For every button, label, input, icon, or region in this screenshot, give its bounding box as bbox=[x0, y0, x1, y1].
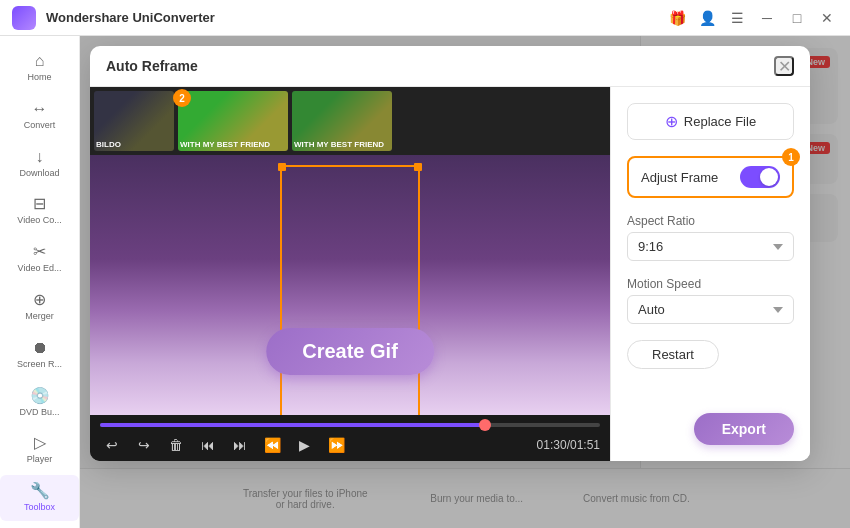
sidebar-item-label: Video Co... bbox=[17, 215, 61, 226]
sidebar-item-home[interactable]: ⌂ Home bbox=[0, 45, 79, 91]
badge-2: 2 bbox=[173, 89, 191, 107]
reframe-box[interactable] bbox=[280, 165, 420, 415]
app-logo bbox=[12, 6, 36, 30]
time-total: 01:51 bbox=[570, 438, 600, 452]
modal-overlay: Auto Reframe ✕ BILDO bbox=[80, 36, 850, 528]
edit-icon: ✂ bbox=[33, 244, 46, 260]
sidebar-item-label: DVD Bu... bbox=[19, 407, 59, 418]
aspect-ratio-field: Aspect Ratio 9:16 16:9 1:1 4:3 bbox=[627, 214, 794, 261]
main-layout: ⌂ Home ↔ Convert ↓ Download ⊟ Video Co..… bbox=[0, 36, 850, 528]
adjust-frame-label: Adjust Frame bbox=[641, 170, 718, 185]
player-icon: ▷ bbox=[34, 435, 46, 451]
video-preview: BILDO WITH MY BEST FRIEND 2 WITH MY BEST… bbox=[90, 87, 610, 461]
sidebar-item-label: Video Ed... bbox=[18, 263, 62, 274]
adjust-frame-row: Adjust Frame 1 bbox=[627, 156, 794, 198]
dvd-icon: 💿 bbox=[30, 388, 50, 404]
gift-icon[interactable]: 🎁 bbox=[666, 7, 688, 29]
undo-button[interactable]: ↩ bbox=[100, 433, 124, 457]
sidebar-item-label: Screen R... bbox=[17, 359, 62, 370]
modal-title: Auto Reframe bbox=[106, 58, 198, 74]
user-icon[interactable]: 👤 bbox=[696, 7, 718, 29]
sidebar-item-label: Merger bbox=[25, 311, 54, 322]
sidebar-item-video-compress[interactable]: ⊟ Video Co... bbox=[0, 188, 79, 234]
resize-handle-tr[interactable] bbox=[414, 163, 422, 171]
home-icon: ⌂ bbox=[35, 53, 45, 69]
toolbox-icon: 🔧 bbox=[30, 483, 50, 499]
strip-thumb-3: WITH MY BEST FRIEND bbox=[292, 91, 392, 151]
sidebar-item-dvd[interactable]: 💿 DVD Bu... bbox=[0, 380, 79, 426]
sidebar-item-label: Download bbox=[19, 168, 59, 179]
adjust-frame-toggle[interactable] bbox=[740, 166, 780, 188]
progress-fill bbox=[100, 423, 485, 427]
strip-thumb-1: BILDO bbox=[94, 91, 174, 151]
sidebar-item-label: Home bbox=[27, 72, 51, 83]
modal-close-button[interactable]: ✕ bbox=[774, 56, 794, 76]
aspect-ratio-select[interactable]: 9:16 16:9 1:1 4:3 bbox=[627, 232, 794, 261]
video-strip: BILDO WITH MY BEST FRIEND 2 WITH MY BEST… bbox=[90, 87, 610, 155]
right-panel: ⊕ Replace File Adjust Frame 1 bbox=[610, 87, 810, 461]
close-button[interactable]: ✕ bbox=[816, 7, 838, 29]
playback-controls: ↩ ↪ 🗑 ⏮ ⏭ ⏪ ▶ ⏩ 01:30/01:51 bbox=[100, 433, 600, 457]
export-button[interactable]: Export bbox=[694, 413, 794, 445]
export-section: Export bbox=[627, 413, 794, 445]
replace-file-button[interactable]: ⊕ Replace File bbox=[627, 103, 794, 140]
playback-bar: ↩ ↪ 🗑 ⏮ ⏭ ⏪ ▶ ⏩ 01:30/01:51 bbox=[90, 415, 610, 461]
app-title: Wondershare UniConverter bbox=[46, 10, 666, 25]
prev-clip-button[interactable]: ⏮ bbox=[196, 433, 220, 457]
time-current: 01:30 bbox=[537, 438, 567, 452]
resize-handle-tl[interactable] bbox=[278, 163, 286, 171]
progress-track[interactable] bbox=[100, 423, 600, 427]
sidebar-item-download[interactable]: ↓ Download bbox=[0, 141, 79, 187]
delete-button[interactable]: 🗑 bbox=[164, 433, 188, 457]
strip-label-3: WITH MY BEST FRIEND bbox=[294, 140, 384, 149]
restart-button[interactable]: Restart bbox=[627, 340, 719, 369]
motion-speed-label: Motion Speed bbox=[627, 277, 794, 291]
next-clip-button[interactable]: ⏭ bbox=[228, 433, 252, 457]
time-display: 01:30/01:51 bbox=[537, 438, 600, 452]
sidebar-item-label: Player bbox=[27, 454, 53, 465]
motion-speed-field: Motion Speed Auto Slow Normal Fast bbox=[627, 277, 794, 324]
compress-icon: ⊟ bbox=[33, 196, 46, 212]
progress-thumb[interactable] bbox=[479, 419, 491, 431]
sidebar-bottom: ? 🔔 ⚙ bbox=[0, 522, 79, 528]
maximize-button[interactable]: □ bbox=[786, 7, 808, 29]
badge-1: 1 bbox=[782, 148, 800, 166]
sidebar-item-video-edit[interactable]: ✂ Video Ed... bbox=[0, 236, 79, 282]
aspect-ratio-label: Aspect Ratio bbox=[627, 214, 794, 228]
sidebar-item-help[interactable]: ? bbox=[0, 523, 79, 528]
prev-frame-button[interactable]: ⏪ bbox=[260, 433, 284, 457]
toggle-slider bbox=[740, 166, 780, 188]
redo-button[interactable]: ↪ bbox=[132, 433, 156, 457]
sidebar-item-convert[interactable]: ↔ Convert bbox=[0, 93, 79, 139]
modal-body: BILDO WITH MY BEST FRIEND 2 WITH MY BEST… bbox=[90, 87, 810, 461]
play-button[interactable]: ▶ bbox=[292, 433, 316, 457]
video-main: Create Gif bbox=[90, 155, 610, 415]
video-canvas: BILDO WITH MY BEST FRIEND 2 WITH MY BEST… bbox=[90, 87, 610, 415]
auto-reframe-modal: Auto Reframe ✕ BILDO bbox=[90, 46, 810, 461]
strip-label-2: WITH MY BEST FRIEND bbox=[180, 140, 270, 149]
create-gif-button[interactable]: Create Gif bbox=[266, 328, 434, 375]
sidebar-item-label: Convert bbox=[24, 120, 56, 131]
window-controls: 🎁 👤 ☰ ─ □ ✕ bbox=[666, 7, 838, 29]
modal-header: Auto Reframe ✕ bbox=[90, 46, 810, 87]
sidebar-item-toolbox[interactable]: 🔧 Toolbox bbox=[0, 475, 79, 521]
sidebar-item-merger[interactable]: ⊕ Merger bbox=[0, 284, 79, 330]
strip-thumb-2: WITH MY BEST FRIEND 2 bbox=[178, 91, 288, 151]
sidebar-item-label: Toolbox bbox=[24, 502, 55, 513]
menu-icon[interactable]: ☰ bbox=[726, 7, 748, 29]
sidebar: ⌂ Home ↔ Convert ↓ Download ⊟ Video Co..… bbox=[0, 36, 80, 528]
download-icon: ↓ bbox=[36, 149, 44, 165]
merger-icon: ⊕ bbox=[33, 292, 46, 308]
replace-file-label: Replace File bbox=[684, 114, 756, 129]
convert-icon: ↔ bbox=[32, 101, 48, 117]
content-area: New BackgroundRemover Remove backgroundv… bbox=[80, 36, 850, 528]
recorder-icon: ⏺ bbox=[32, 340, 48, 356]
plus-icon: ⊕ bbox=[665, 112, 678, 131]
titlebar: Wondershare UniConverter 🎁 👤 ☰ ─ □ ✕ bbox=[0, 0, 850, 36]
sidebar-item-screen-recorder[interactable]: ⏺ Screen R... bbox=[0, 332, 79, 378]
sidebar-item-player[interactable]: ▷ Player bbox=[0, 427, 79, 473]
next-frame-button[interactable]: ⏩ bbox=[324, 433, 348, 457]
motion-speed-select[interactable]: Auto Slow Normal Fast bbox=[627, 295, 794, 324]
minimize-button[interactable]: ─ bbox=[756, 7, 778, 29]
strip-label-1: BILDO bbox=[96, 140, 121, 149]
